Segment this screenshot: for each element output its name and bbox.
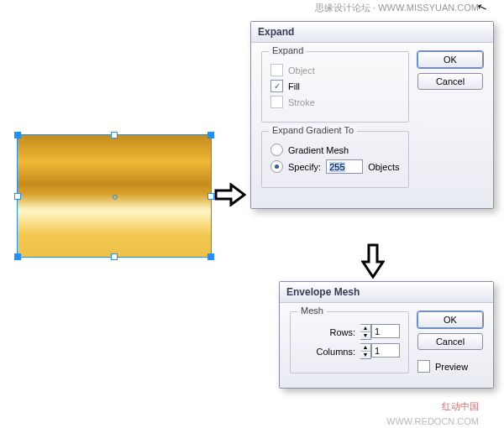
- watermark-bottom-1: 红动中国: [442, 400, 479, 413]
- dialog-title: Envelope Mesh: [280, 282, 493, 303]
- rows-stepper[interactable]: ▲▼ 1: [360, 324, 400, 340]
- expand-dialog: Expand Expand Object Fill Stroke Expand …: [250, 21, 494, 209]
- checkbox-stroke: Stroke: [270, 96, 400, 108]
- ok-button[interactable]: OK: [417, 311, 483, 328]
- chevron-up-icon: ▲: [360, 344, 370, 352]
- dialog-title: Expand: [251, 22, 493, 43]
- specify-input[interactable]: 255: [326, 159, 363, 174]
- group-mesh-title: Mesh: [297, 305, 327, 316]
- checkbox-preview[interactable]: Preview: [417, 360, 483, 373]
- radio-gradient-mesh[interactable]: Gradient Mesh: [270, 144, 400, 156]
- arrow-down-icon: [361, 243, 385, 279]
- group-expand-title: Expand: [269, 45, 307, 55]
- arrow-right-icon: [214, 183, 246, 206]
- columns-label: Columns:: [317, 347, 355, 357]
- radio-specify[interactable]: Specify: 255 Objects: [270, 159, 400, 174]
- columns-stepper[interactable]: ▲▼ 1: [360, 343, 400, 359]
- chevron-down-icon: ▼: [360, 352, 370, 358]
- group-gradient-title: Expand Gradient To: [269, 125, 357, 135]
- selected-rectangle[interactable]: [17, 134, 212, 258]
- ok-button[interactable]: OK: [417, 51, 483, 68]
- envelope-mesh-dialog: Envelope Mesh Mesh Rows: ▲▼ 1 Columns: ▲…: [279, 281, 494, 389]
- cancel-button[interactable]: Cancel: [417, 333, 483, 350]
- checkbox-object: Object: [270, 64, 400, 76]
- cancel-button[interactable]: Cancel: [417, 73, 483, 90]
- chevron-up-icon: ▲: [360, 325, 370, 332]
- rows-label: Rows:: [329, 327, 355, 337]
- chevron-down-icon: ▼: [360, 332, 370, 339]
- watermark-top: 思缘设计论坛 · WWW.MISSYUAN.COM: [315, 2, 479, 14]
- checkbox-fill[interactable]: Fill: [270, 80, 400, 92]
- watermark-bottom-2: WWW.REDOCN.COM: [386, 416, 479, 426]
